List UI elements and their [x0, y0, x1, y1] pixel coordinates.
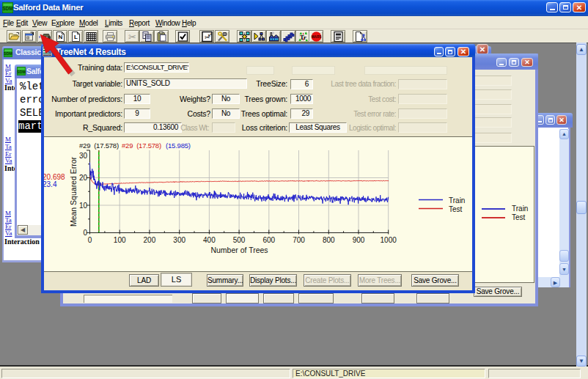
svg-text:0: 0 — [83, 229, 87, 237]
svg-text:#29 (17.578): #29 (17.578) — [122, 141, 161, 150]
svg-text:30: 30 — [79, 152, 88, 160]
svg-text:#29 (17.578): #29 (17.578) — [79, 141, 119, 150]
svg-text:1000: 1000 — [381, 236, 397, 244]
svg-text:700: 700 — [293, 236, 305, 244]
svg-text:10: 10 — [79, 202, 88, 210]
svg-text:✂: ✂ — [128, 32, 136, 43]
svg-text:20: 20 — [79, 174, 88, 182]
svg-text:300: 300 — [173, 236, 185, 244]
svg-text:x²: x² — [208, 33, 212, 37]
svg-text:800: 800 — [323, 236, 335, 244]
svg-text:(15.985): (15.985) — [166, 141, 191, 150]
svg-text:23.4: 23.4 — [44, 180, 57, 188]
svg-text:Number of Trees: Number of Trees — [210, 246, 268, 254]
svg-text:Mean Squared Error: Mean Squared Error — [69, 156, 78, 227]
svg-text:900: 900 — [353, 236, 365, 244]
svg-text:100: 100 — [114, 236, 126, 244]
svg-text:200: 200 — [144, 236, 156, 244]
svg-text:0: 0 — [88, 236, 92, 244]
svg-text:Test: Test — [449, 205, 463, 213]
svg-text:500: 500 — [233, 236, 246, 244]
svg-text:400: 400 — [203, 236, 216, 244]
svg-text:MARS: MARS — [312, 35, 322, 39]
svg-text:600: 600 — [262, 236, 275, 244]
svg-text:Train: Train — [449, 196, 465, 205]
